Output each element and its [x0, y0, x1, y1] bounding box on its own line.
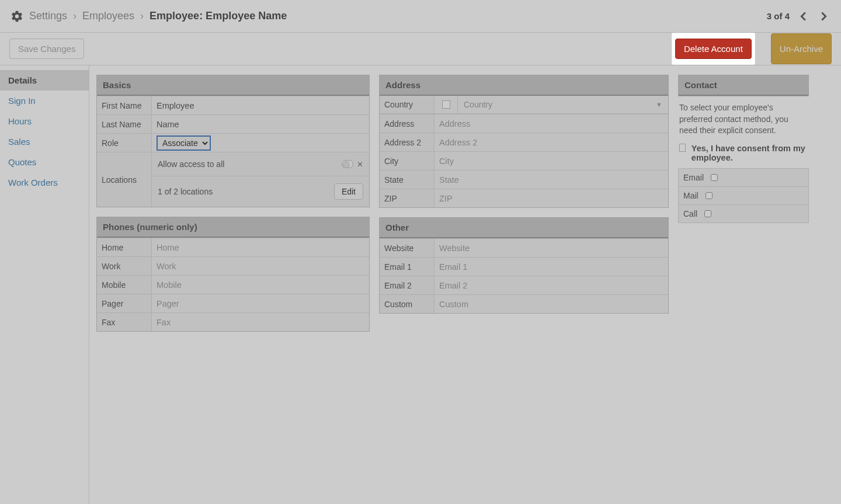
phone-mobile-input[interactable] [157, 277, 364, 293]
record-counter: 3 of 4 [767, 11, 790, 21]
unarchive-button[interactable]: Un-Archive [771, 33, 832, 64]
delete-highlight: Delete Account [672, 33, 755, 64]
label-locations: Locations [97, 152, 152, 207]
first-name-input[interactable] [157, 98, 364, 114]
label-country: Country [380, 96, 435, 113]
phone-fax-input[interactable] [157, 314, 364, 331]
sidebar-item-details[interactable]: Details [0, 70, 89, 91]
email2-input[interactable] [439, 277, 663, 294]
delete-account-button[interactable]: Delete Account [675, 39, 752, 59]
phone-pager-input[interactable] [157, 296, 364, 312]
allow-access-label: Allow access to all [158, 159, 224, 169]
label-phone-fax: Fax [97, 313, 152, 331]
country-checkbox[interactable] [442, 100, 450, 109]
allow-access-toggle[interactable] [342, 160, 353, 168]
label-address2: Address 2 [380, 133, 435, 151]
sidebar: Details Sign In Hours Sales Quotes Work … [0, 65, 89, 504]
label-city: City [380, 152, 435, 170]
label-website: Website [380, 239, 435, 257]
panel-contact: Contact [678, 75, 809, 96]
label-email1: Email 1 [380, 258, 435, 276]
last-name-input[interactable] [157, 116, 364, 133]
role-select[interactable]: Associate [157, 135, 211, 151]
breadcrumb-employees[interactable]: Employees [82, 10, 134, 22]
address1-input[interactable] [439, 116, 663, 132]
action-bar: Save Changes Delete Account Un-Archive [0, 33, 841, 65]
contact-method-call-checkbox[interactable] [704, 210, 711, 217]
breadcrumb-settings[interactable]: Settings [29, 10, 67, 22]
sidebar-item-workorders[interactable]: Work Orders [0, 172, 89, 193]
consent-checkbox[interactable] [679, 144, 686, 152]
locations-count: 1 of 2 locations [158, 187, 213, 196]
contact-method-mail-checkbox[interactable] [706, 192, 713, 199]
panel-phones: Phones (numeric only) Home Work Mobile P… [96, 217, 370, 332]
label-phone-mobile: Mobile [97, 276, 152, 294]
panel-other: Other Website Email 1 Email 2 Custom [379, 217, 669, 314]
breadcrumb-current: Employee: Employee Name [150, 10, 287, 22]
website-input[interactable] [439, 240, 663, 256]
zip-input[interactable] [439, 190, 663, 207]
label-last-name: Last Name [97, 115, 152, 133]
panel-header-basics: Basics [97, 75, 369, 96]
chevron-right-icon: › [140, 10, 144, 22]
breadcrumb: Settings › Employees › Employee: Employe… [29, 10, 287, 22]
contact-methods: Email Mail Call [678, 168, 809, 223]
country-placeholder: Country [464, 100, 492, 109]
label-phone-work: Work [97, 257, 152, 275]
label-custom: Custom [380, 295, 435, 313]
phone-home-input[interactable] [157, 239, 364, 256]
next-record-button[interactable] [815, 8, 832, 25]
panel-header-contact: Contact [679, 75, 808, 96]
panel-basics: Basics First Name Last Name Role Associa… [96, 75, 370, 207]
prev-record-button[interactable] [795, 8, 812, 25]
address2-input[interactable] [439, 134, 663, 151]
label-first-name: First Name [97, 96, 152, 114]
gear-icon [11, 10, 23, 23]
chevron-down-icon: ▼ [656, 101, 662, 108]
sidebar-item-hours[interactable]: Hours [0, 111, 89, 131]
contact-method-email-label: Email [683, 173, 704, 182]
save-changes-button[interactable]: Save Changes [9, 39, 84, 59]
main-content: Details Sign In Hours Sales Quotes Work … [0, 65, 841, 504]
contact-method-call-label: Call [683, 209, 697, 218]
label-phone-home: Home [97, 238, 152, 256]
form-columns: Basics First Name Last Name Role Associa… [89, 65, 841, 504]
consent-label: Yes, I have consent from my employee. [691, 144, 808, 162]
label-zip: ZIP [380, 189, 435, 207]
city-input[interactable] [439, 153, 663, 169]
sidebar-item-signin[interactable]: Sign In [0, 91, 89, 111]
country-select[interactable]: Country ▼ [458, 96, 668, 113]
email1-input[interactable] [439, 259, 663, 275]
edit-locations-button[interactable]: Edit [334, 183, 363, 200]
label-phone-pager: Pager [97, 294, 152, 312]
breadcrumb-bar: Settings › Employees › Employee: Employe… [0, 0, 841, 33]
phone-work-input[interactable] [157, 258, 364, 274]
panel-address: Address Country Country ▼ Address Addres… [379, 75, 669, 208]
sidebar-item-quotes[interactable]: Quotes [0, 152, 89, 172]
close-icon[interactable]: ✕ [357, 160, 363, 169]
contact-method-mail-label: Mail [683, 191, 698, 200]
panel-header-other: Other [380, 218, 668, 238]
label-role: Role [97, 134, 152, 152]
label-address1: Address [380, 114, 435, 133]
sidebar-item-sales[interactable]: Sales [0, 131, 89, 152]
label-email2: Email 2 [380, 276, 435, 294]
chevron-right-icon: › [73, 10, 77, 22]
custom-input[interactable] [439, 296, 663, 312]
state-input[interactable] [439, 172, 663, 188]
label-state: State [380, 171, 435, 189]
panel-header-phones: Phones (numeric only) [97, 217, 369, 238]
contact-method-email-checkbox[interactable] [711, 174, 718, 181]
contact-description: To select your employee's preferred cont… [678, 96, 809, 142]
panel-header-address: Address [380, 75, 668, 96]
